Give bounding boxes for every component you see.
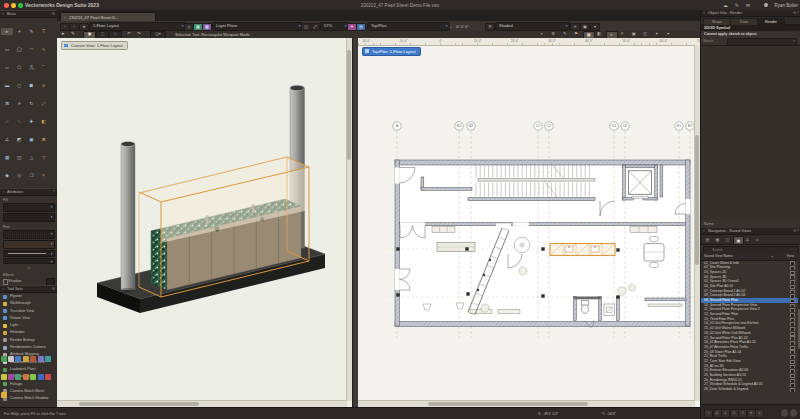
render-option-icon[interactable]: ⌖ [537,31,547,37]
toolset-category-icon[interactable] [30,356,36,362]
tab-shape[interactable]: Shape [703,18,731,25]
close-window-button[interactable] [4,3,9,8]
toolset-item[interactable]: Walkthrough [0,300,57,307]
basic-tool-icon[interactable]: ◩ [13,136,25,143]
cloud-icon[interactable]: ☁ [723,2,728,9]
toolset-category-icon[interactable] [30,374,36,380]
toolset-item[interactable]: Heliodon [0,329,57,336]
tab-render[interactable]: Render [757,18,785,25]
basic-tool-icon[interactable]: ◯ [13,46,25,53]
minimize-window-button[interactable] [11,3,16,8]
shadow-checkbox[interactable] [3,279,9,285]
basic-tool-icon[interactable]: ▬ [1,82,13,89]
navigation-header[interactable]: × Navigation - Saved Views ☰ ? [701,228,800,235]
edit-icon[interactable]: ✎ [735,2,739,9]
basic-tool-icon[interactable]: ⊠ [1,100,13,107]
render-option-icon[interactable]: ⚑ [572,31,582,37]
basic-tool-icon[interactable]: ▽ [38,154,50,161]
snap-mode-icon[interactable]: # [738,409,747,418]
basic-tool-icon[interactable]: △ [25,154,37,161]
toolset-item[interactable]: Translate View [0,308,57,315]
basic-tool-icon[interactable]: ⌗ [38,172,50,179]
pen-style-dropdown[interactable]: ▾ [3,230,55,239]
basic-tool-icon[interactable]: ◧ [38,118,50,125]
palette-menu-icon[interactable]: ? [53,189,55,195]
viewport-plan-pane[interactable]: AB1B2C1C2D1D2E1E2 -20'-0"-10'-0"010'-0"2… [358,38,700,407]
basic-tool-icon[interactable]: ⊞ [38,136,50,143]
toolset-category-icon[interactable] [38,356,44,362]
basic-tool-icon[interactable]: ❐ [25,172,37,179]
navigation-mode-icon[interactable]: ≣ [743,236,752,243]
snap-mode-icon[interactable]: ⊥ [721,409,730,418]
navigation-mode-icon[interactable]: ◫ [723,236,732,243]
close-icon[interactable]: × [703,228,705,234]
basic-tool-icon[interactable]: ▣ [25,136,37,143]
render-option-icon[interactable]: ◧ [595,31,605,37]
toolset-item[interactable]: Render Bitmap [0,337,57,344]
render-option-icon[interactable]: ☀ [618,31,628,37]
selected-millwork-plan[interactable] [550,244,615,256]
basic-tool-icon[interactable]: + [13,28,25,35]
render-status-button[interactable] [780,408,790,418]
snap-mode-icon[interactable]: ⌖ [704,409,713,418]
viewport-3d-label[interactable]: Custom View: 1-Floor Layout [61,41,128,50]
toolset-category-icon[interactable] [8,356,14,362]
view-toggle-icon[interactable] [790,388,795,392]
render-option-icon[interactable]: ⚙ [549,31,559,37]
column-view[interactable]: View [786,253,794,260]
object-info-header[interactable]: × Object Info - Render ☰ ? [701,10,800,17]
render-option-icon[interactable]: ▾ [664,31,674,37]
basic-tool-icon[interactable]: ◻ [13,82,25,89]
basic-palette-header[interactable]: × Basic ☰ [0,10,57,18]
close-icon[interactable]: × [703,10,705,16]
basic-tool-icon[interactable]: ⤢ [38,100,50,107]
sketch-style-dropdown[interactable]: ▾ [727,38,797,46]
render-option-icon[interactable]: ▣ [629,31,639,37]
shadow-row[interactable]: Shadow [0,277,57,285]
render-option-icon[interactable]: ✎ [560,31,570,37]
viewport-plan-label[interactable]: Top/Plan: 1-Floor Layout [362,47,421,56]
tab-data[interactable]: Data [730,18,758,25]
basic-tool-icon[interactable]: ⼏ [25,64,37,71]
toolset-item[interactable]: Flyover [0,293,57,300]
undo-icon[interactable]: ↶ [127,31,131,36]
toolset-category-icon[interactable] [8,374,14,380]
basic-tool-icon[interactable]: ⟍ [13,118,25,125]
basic-tool-icon[interactable]: ▸ [1,28,13,35]
basic-tool-icon[interactable]: ↻ [25,100,37,107]
navigation-mode-icon[interactable]: ▦ [713,236,722,243]
redo-icon[interactable]: ↷ [137,31,141,36]
basic-tool-icon[interactable]: ∿ [38,46,50,53]
attributes-palette-header[interactable]: × Attributes ? [0,188,57,196]
basic-tool-icon[interactable]: ◫ [13,154,25,161]
basic-tool-icon[interactable]: ▱ [1,64,13,71]
close-icon[interactable]: × [2,189,4,195]
basic-tool-icon[interactable]: ◇ [13,172,25,179]
snap-mode-icon[interactable]: ⟂ [755,409,764,418]
toolsets-palette-header[interactable]: × Tool Sets ☰ [0,285,57,293]
message-icon[interactable]: ✉ [746,2,750,9]
user-avatar-icon[interactable] [764,3,768,7]
saved-views-header[interactable]: Saved View Name ▴ View [701,253,800,261]
user-name[interactable]: Ryan Butler [774,3,798,8]
saved-view-row[interactable]: 28_Door Schedule & Legend [701,387,800,392]
toolset-category-icon[interactable] [1,356,7,362]
basic-tool-icon[interactable]: ⌒ [38,64,50,71]
toolset-category-icon[interactable] [15,374,21,380]
pen-color-dropdown[interactable]: ▾ [3,240,55,249]
navigation-mode-icon[interactable]: ⌗ [753,236,762,243]
basic-tool-icon[interactable]: ≡ [13,100,25,107]
basic-tool-icon[interactable]: ▦ [1,154,13,161]
toolset-category-icon[interactable] [38,374,44,380]
basic-tool-icon[interactable]: ◼ [25,82,37,89]
basic-tool-icon[interactable]: ⬠ [13,64,25,71]
palette-menu-icon[interactable]: ☰ [52,286,55,292]
toolset-category-icon[interactable] [1,392,7,398]
help-button[interactable] [789,408,799,418]
fill-color-dropdown[interactable]: ▾ [3,213,55,222]
toolset-category-icon[interactable] [45,374,51,380]
line-thickness-dropdown[interactable]: ▾ [3,250,55,257]
panel-menu-icon[interactable]: ☰ ? [793,10,799,16]
navigation-mode-icon[interactable]: ▤ [703,236,712,243]
toolset-item[interactable]: Rotate View [0,315,57,322]
